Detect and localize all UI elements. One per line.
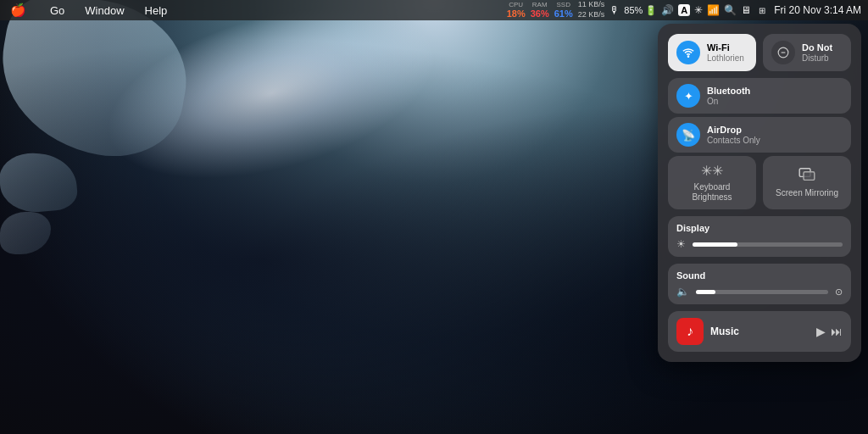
dnd-subtitle: Disturb bbox=[802, 53, 843, 64]
sound-slider-row: 🔈 ⊙ bbox=[676, 286, 843, 298]
volume-low-icon: 🔈 bbox=[676, 286, 689, 298]
control-center-panel: Wi-Fi Lothlorien Do Not Disturb ✦ Blueto… bbox=[658, 24, 861, 362]
volume-slider[interactable] bbox=[696, 290, 828, 294]
menubar-go[interactable]: Go bbox=[47, 4, 68, 17]
wifi-title: Wi-Fi bbox=[707, 42, 748, 53]
bluetooth-icon: ✦ bbox=[676, 84, 700, 108]
airdrop-title: AirDrop bbox=[707, 124, 843, 136]
cc-top-row: Wi-Fi Lothlorien Do Not Disturb bbox=[668, 34, 851, 71]
brightness-low-icon: ☀ bbox=[676, 238, 686, 250]
battery-icon: 🔋 bbox=[645, 5, 657, 16]
svg-point-0 bbox=[687, 56, 688, 57]
display-section: Display ☀ bbox=[668, 216, 851, 257]
bluetooth-subtitle: On bbox=[707, 97, 843, 107]
ram-label: RAM bbox=[532, 2, 548, 9]
dnd-tile[interactable]: Do Not Disturb bbox=[763, 34, 851, 71]
display-menubar-icon[interactable]: 🖥 bbox=[741, 4, 751, 16]
menubar-left: 🍎 Go Window Help bbox=[7, 3, 170, 18]
ram-value: 36% bbox=[531, 8, 549, 19]
wifi-icon bbox=[676, 41, 700, 64]
play-button[interactable]: ▶ bbox=[816, 325, 826, 338]
skip-button[interactable]: ⏭ bbox=[831, 325, 843, 338]
bluetooth-tile[interactable]: ✦ Bluetooth On bbox=[668, 78, 851, 114]
music-section: ♪ Music ▶ ⏭ bbox=[668, 311, 851, 352]
music-label: Music bbox=[710, 326, 810, 337]
volume-fill bbox=[696, 290, 715, 294]
dnd-icon bbox=[771, 41, 795, 64]
screen-mirroring-label: Screen Mirroring bbox=[776, 188, 838, 198]
battery-indicator: 85% 🔋 bbox=[624, 5, 657, 16]
bluetooth-menubar-icon[interactable]: ✳ bbox=[694, 4, 703, 16]
bluetooth-text: Bluetooth On bbox=[707, 85, 843, 107]
airdrop-subtitle: Contacts Only bbox=[707, 136, 843, 146]
network-stats: 11 KB/s 22 KB/s bbox=[578, 0, 605, 19]
sound-title: Sound bbox=[676, 270, 843, 281]
menubar: 🍎 Go Window Help CPU 18% RAM 36% SSD 61%… bbox=[0, 0, 868, 20]
display-slider-row: ☀ bbox=[676, 238, 843, 250]
datetime: Fri 20 Nov 3:14 AM bbox=[774, 4, 861, 16]
screen-mirroring-btn[interactable]: Screen Mirroring bbox=[763, 156, 851, 209]
wifi-text: Wi-Fi Lothlorien bbox=[707, 42, 748, 64]
keyboard-brightness-icon: ✳✳ bbox=[701, 163, 723, 179]
net-down: 22 KB/s bbox=[578, 10, 605, 20]
ice-shape-2 bbox=[0, 149, 79, 215]
brightness-slider[interactable] bbox=[693, 242, 843, 247]
menubar-window[interactable]: Window bbox=[81, 4, 127, 17]
sound-section: Sound 🔈 ⊙ bbox=[668, 264, 851, 304]
brightness-fill bbox=[693, 242, 737, 247]
airdrop-icon: 📡 bbox=[676, 123, 700, 147]
display-title: Display bbox=[676, 223, 843, 233]
wifi-subtitle: Lothlorien bbox=[707, 53, 748, 64]
search-icon[interactable]: 🔍 bbox=[724, 4, 737, 16]
net-up: 11 KB/s bbox=[578, 0, 605, 10]
bluetooth-title: Bluetooth bbox=[707, 85, 843, 97]
airdrop-tile[interactable]: 📡 AirDrop Contacts Only bbox=[668, 117, 851, 153]
wifi-tile[interactable]: Wi-Fi Lothlorien bbox=[668, 34, 756, 71]
battery-percent: 85% bbox=[624, 5, 643, 15]
screen-mirroring-icon bbox=[798, 168, 815, 185]
airplay-icon[interactable]: ⊙ bbox=[835, 287, 843, 298]
keyboard-icon[interactable]: A bbox=[678, 4, 690, 16]
ssd-value: 61% bbox=[554, 8, 573, 19]
cc-btn-row: ✳✳ Keyboard Brightness Screen Mirroring bbox=[668, 156, 851, 209]
dnd-text: Do Not Disturb bbox=[802, 42, 843, 64]
ice-shape-1 bbox=[0, 0, 198, 168]
control-center-icon[interactable]: ⊞ bbox=[755, 3, 769, 17]
menubar-right: CPU 18% RAM 36% SSD 61% 11 KB/s 22 KB/s … bbox=[507, 0, 861, 19]
cpu-value: 18% bbox=[507, 8, 526, 19]
system-icons: 🎙 85% 🔋 🔊 A ✳ 📶 🔍 🖥 ⊞ bbox=[609, 3, 769, 17]
dnd-title: Do Not bbox=[802, 42, 843, 53]
cpu-stats: CPU 18% RAM 36% SSD 61% bbox=[507, 2, 573, 19]
volume-icon[interactable]: 🔊 bbox=[661, 4, 674, 16]
keyboard-brightness-label: Keyboard Brightness bbox=[673, 182, 751, 203]
ice-shape-3 bbox=[0, 212, 51, 254]
svg-rect-3 bbox=[804, 171, 815, 180]
ssd-label: SSD bbox=[557, 2, 570, 9]
airdrop-text: AirDrop Contacts Only bbox=[707, 124, 843, 146]
wifi-menubar-icon[interactable]: 📶 bbox=[707, 4, 720, 16]
cpu-label: CPU bbox=[509, 2, 523, 9]
menubar-help[interactable]: Help bbox=[142, 4, 171, 17]
music-controls: ▶ ⏭ bbox=[816, 325, 843, 338]
music-app-icon: ♪ bbox=[676, 318, 704, 345]
keyboard-brightness-btn[interactable]: ✳✳ Keyboard Brightness bbox=[668, 156, 756, 209]
microphone-icon[interactable]: 🎙 bbox=[609, 4, 620, 16]
apple-menu[interactable]: 🍎 bbox=[7, 3, 30, 18]
